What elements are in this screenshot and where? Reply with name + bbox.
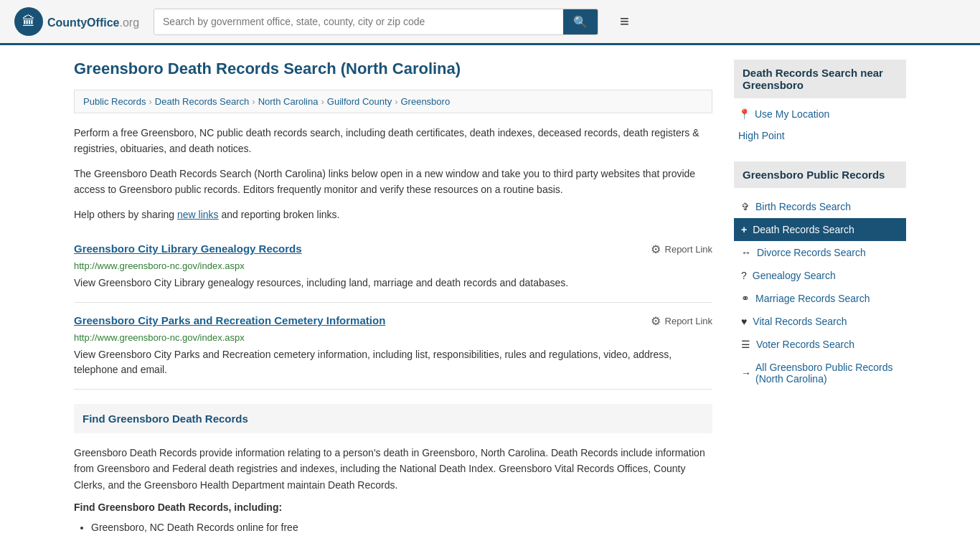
breadcrumb-sep-4: ›	[395, 96, 397, 107]
record-link-2: Greensboro City Parks and Recreation Cem…	[74, 303, 712, 390]
public-records-list: ✞ Birth Records Search + Death Records S…	[734, 195, 906, 356]
find-list: Greensboro, NC Death Records online for …	[74, 519, 712, 537]
nearby-city-high-point[interactable]: High Point	[734, 127, 906, 144]
new-links[interactable]: new links	[177, 209, 219, 220]
hamburger-icon: ≡	[620, 12, 629, 30]
search-icon: 🔍	[573, 16, 588, 28]
breadcrumb-death-records[interactable]: Death Records Search	[155, 96, 250, 107]
marriage-records-icon: ⚭	[741, 293, 750, 304]
death-records-icon: +	[741, 224, 747, 235]
marriage-records-link[interactable]: Marriage Records Search	[755, 293, 870, 304]
use-my-location-link[interactable]: Use My Location	[755, 108, 829, 120]
find-list-item-0: Greensboro, NC Death Records online for …	[91, 519, 712, 537]
report-label-1: Report Link	[665, 244, 712, 255]
breadcrumb-guilford-county[interactable]: Guilford County	[327, 96, 392, 107]
main-container: Greensboro Death Records Search (North C…	[60, 45, 920, 551]
all-records-link[interactable]: All Greensboro Public Records (North Car…	[755, 362, 899, 385]
location-pin-icon: 📍	[738, 108, 750, 120]
breadcrumb-sep-1: ›	[149, 96, 151, 107]
breadcrumb-north-carolina[interactable]: North Carolina	[258, 96, 319, 107]
record-url-1: http://www.greensboro-nc.gov/index.aspx	[74, 260, 712, 271]
search-button[interactable]: 🔍	[563, 9, 598, 34]
nearby-section: Death Records Search near Greensboro 📍 U…	[734, 60, 906, 144]
search-input[interactable]	[154, 9, 563, 34]
sidebar-genealogy[interactable]: ? Genealogy Search	[734, 264, 906, 287]
find-body-para: Greensboro Death Records provide informa…	[74, 445, 712, 493]
birth-records-icon: ✞	[741, 201, 750, 212]
vital-records-icon: ♥	[741, 316, 747, 327]
record-link-1-header: Greensboro City Library Genealogy Record…	[74, 242, 712, 256]
record-desc-2: View Greensboro City Parks and Recreatio…	[74, 347, 712, 377]
report-link-2[interactable]: ⚙ Report Link	[651, 314, 712, 328]
report-label-2: Report Link	[665, 316, 712, 326]
desc-para-1: Perform a free Greensboro, NC public dea…	[74, 125, 712, 157]
sidebar-divorce-records[interactable]: ↔ Divorce Records Search	[734, 241, 906, 264]
description-section: Perform a free Greensboro, NC public dea…	[74, 125, 712, 222]
sidebar: Death Records Search near Greensboro 📍 U…	[734, 60, 906, 537]
menu-button[interactable]: ≡	[620, 12, 629, 31]
public-records-section: Greensboro Public Records ✞ Birth Record…	[734, 161, 906, 390]
find-section-title: Find Greensboro Death Records	[83, 413, 704, 425]
all-records-link-container: → All Greensboro Public Records (North C…	[734, 356, 906, 390]
birth-records-link[interactable]: Birth Records Search	[755, 201, 851, 212]
breadcrumb: Public Records › Death Records Search › …	[74, 90, 712, 113]
find-list-heading: Find Greensboro Death Records, including…	[74, 501, 712, 513]
find-section-heading: Find Greensboro Death Records	[74, 404, 712, 433]
report-link-1[interactable]: ⚙ Report Link	[651, 242, 712, 256]
record-link-2-header: Greensboro City Parks and Recreation Cem…	[74, 314, 712, 328]
logo[interactable]: 🏛 CountyOffice.org	[14, 7, 139, 36]
find-section-body: Greensboro Death Records provide informa…	[74, 445, 712, 537]
sidebar-death-records[interactable]: + Death Records Search	[734, 218, 906, 241]
breadcrumb-greensboro[interactable]: Greensboro	[400, 96, 450, 107]
content-area: Greensboro Death Records Search (North C…	[74, 60, 712, 537]
divorce-records-icon: ↔	[741, 247, 751, 258]
logo-text: CountyOffice.org	[47, 14, 139, 30]
breadcrumb-public-records[interactable]: Public Records	[83, 96, 146, 107]
search-bar: 🔍	[154, 9, 598, 35]
genealogy-link[interactable]: Genealogy Search	[753, 270, 836, 281]
site-header: 🏛 CountyOffice.org 🔍 ≡	[0, 0, 980, 45]
record-link-1: Greensboro City Library Genealogy Record…	[74, 231, 712, 303]
nearby-heading: Death Records Search near Greensboro	[734, 60, 906, 98]
help-text: Help others by sharing new links and rep…	[74, 207, 712, 222]
sidebar-birth-records[interactable]: ✞ Birth Records Search	[734, 195, 906, 218]
death-records-link[interactable]: Death Records Search	[753, 224, 854, 235]
use-my-location-item[interactable]: 📍 Use My Location	[734, 105, 906, 123]
desc-para-2: The Greensboro Death Records Search (Nor…	[74, 166, 712, 198]
vital-records-link[interactable]: Vital Records Search	[753, 316, 847, 327]
voter-records-link[interactable]: Voter Records Search	[756, 339, 854, 350]
voter-records-icon: ☰	[741, 339, 750, 350]
record-link-1-title[interactable]: Greensboro City Library Genealogy Record…	[74, 242, 302, 255]
record-link-2-title[interactable]: Greensboro City Parks and Recreation Cem…	[74, 314, 385, 326]
sidebar-vital-records[interactable]: ♥ Vital Records Search	[734, 310, 906, 333]
sidebar-voter-records[interactable]: ☰ Voter Records Search	[734, 333, 906, 356]
breadcrumb-sep-3: ›	[321, 96, 324, 107]
arrow-icon: →	[741, 367, 751, 379]
genealogy-icon: ?	[741, 270, 747, 281]
record-desc-1: View Greensboro City Library genealogy r…	[74, 276, 712, 291]
sidebar-marriage-records[interactable]: ⚭ Marriage Records Search	[734, 287, 906, 310]
record-url-2: http://www.greensboro-nc.gov/index.aspx	[74, 332, 712, 343]
logo-icon: 🏛	[14, 7, 43, 36]
help-prefix: Help others by sharing	[74, 209, 177, 220]
breadcrumb-sep-2: ›	[252, 96, 255, 107]
divorce-records-link[interactable]: Divorce Records Search	[757, 247, 866, 258]
public-records-heading: Greensboro Public Records	[734, 161, 906, 188]
help-suffix: and reporting broken links.	[219, 209, 340, 220]
page-title: Greensboro Death Records Search (North C…	[74, 60, 712, 78]
report-icon-1: ⚙	[651, 242, 661, 256]
report-icon-2: ⚙	[651, 314, 661, 328]
